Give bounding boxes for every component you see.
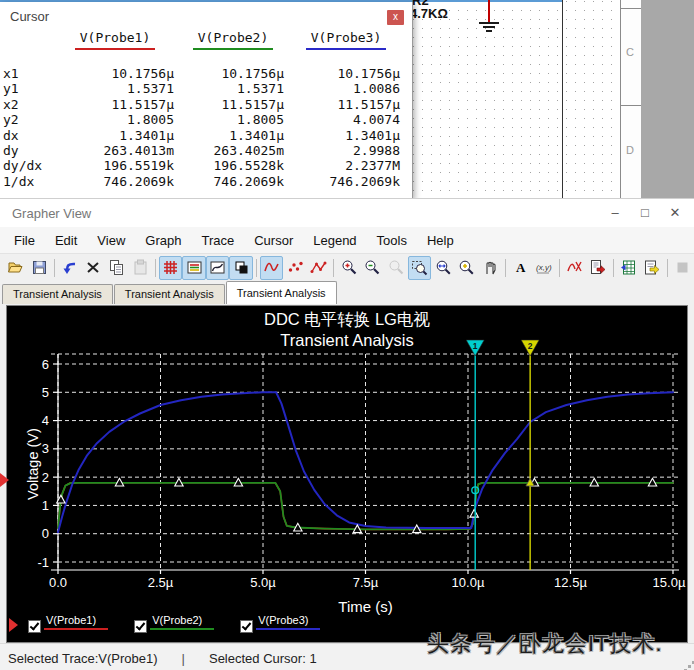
- svg-text:2: 2: [42, 470, 49, 485]
- dot-style-button[interactable]: [283, 256, 307, 280]
- export-graph-button[interactable]: [586, 256, 610, 280]
- svg-text:A: A: [516, 260, 526, 275]
- paste-button: [128, 256, 152, 280]
- selected-legend-arrow-icon: [9, 618, 18, 632]
- text-annotation-button[interactable]: A: [509, 256, 533, 280]
- legend-checkbox-probe1[interactable]: [28, 620, 41, 633]
- sheet-border-column: C D: [620, 0, 642, 198]
- cursor-window-titlebar[interactable]: Cursor x: [0, 2, 412, 28]
- save-button[interactable]: [28, 256, 52, 280]
- grapher-window: Grapher View – □ ✕ File Edit View Graph …: [0, 198, 694, 670]
- stop-button: [671, 256, 694, 280]
- sheet-letter-c: C: [626, 46, 634, 58]
- legend-item-probe3: V(Probe3): [240, 617, 320, 633]
- svg-text:2.5µ: 2.5µ: [148, 575, 174, 590]
- sheet-border-line: [562, 0, 563, 198]
- status-divider: |: [182, 651, 185, 666]
- status-selected-trace: Selected Trace:V(Probe1): [8, 651, 158, 666]
- menu-tools[interactable]: Tools: [367, 230, 417, 251]
- menu-file[interactable]: File: [4, 230, 45, 251]
- svg-text:12.5µ: 12.5µ: [554, 575, 587, 590]
- svg-text:-1: -1: [37, 555, 49, 570]
- show-grid-toggle[interactable]: [159, 256, 183, 280]
- menu-edit[interactable]: Edit: [45, 230, 87, 251]
- svg-text:4: 4: [42, 413, 49, 428]
- legend-item-probe2: V(Probe2): [134, 617, 214, 633]
- cursor-row-x2: x211.5157µ11.5157µ11.5157µ: [0, 97, 412, 112]
- svg-text:0.0: 0.0: [49, 575, 67, 590]
- grapher-title: Grapher View: [12, 206, 91, 221]
- menu-cursor[interactable]: Cursor: [244, 230, 303, 251]
- svg-text:3: 3: [42, 441, 49, 456]
- menu-bar: File Edit View Graph Trace Cursor Legend…: [0, 227, 694, 254]
- menu-help[interactable]: Help: [417, 230, 464, 251]
- plot[interactable]: -101234560.02.5µ5.0µ7.5µ10.0µ12.5µ15.0µ1…: [7, 306, 687, 642]
- cursor-row-x1: x110.1756µ10.1756µ10.1756µ: [0, 66, 412, 81]
- resistor-value-label: 4.7KΩ: [410, 6, 448, 21]
- cursor-row-y2: y21.80051.80054.0074: [0, 112, 412, 127]
- svg-text:(x,y): (x,y): [536, 263, 552, 272]
- svg-text:15.0µ: 15.0µ: [653, 575, 686, 590]
- toolbar: A (x,y): [0, 254, 694, 281]
- svg-text:5.0µ: 5.0µ: [250, 575, 276, 590]
- cursor-row-dydx: dy/dx196.5519k196.5528k2.2377M: [0, 158, 412, 173]
- zoom-x-button[interactable]: [431, 256, 455, 280]
- svg-text:0: 0: [42, 526, 49, 541]
- zoom-area-button[interactable]: [408, 256, 432, 280]
- open-button[interactable]: [4, 256, 28, 280]
- chart-subtitle: Transient Analysis: [7, 331, 687, 350]
- zoom-y-button[interactable]: [455, 256, 479, 280]
- screen: R2 4.7KΩ C D Cursor x V(Probe1) V(Probe2…: [0, 0, 694, 670]
- maximize-button[interactable]: □: [630, 199, 660, 227]
- export-excel-button[interactable]: [617, 256, 641, 280]
- delete-button[interactable]: [81, 256, 105, 280]
- cursor-row-y1: y11.53711.53711.0086: [0, 81, 412, 96]
- selected-trace-arrow-icon: [0, 473, 9, 487]
- close-button[interactable]: ✕: [660, 199, 690, 227]
- menu-trace[interactable]: Trace: [191, 230, 244, 251]
- svg-text:1: 1: [42, 498, 49, 513]
- chart-title: DDC 电平转换 LG电视: [7, 309, 687, 331]
- copy-button[interactable]: [105, 256, 129, 280]
- undo-button[interactable]: [58, 256, 82, 280]
- legend-item-probe1: V(Probe1): [28, 617, 108, 633]
- zoom-in-button[interactable]: [337, 256, 361, 280]
- cursor-col-probe1: V(Probe1): [75, 30, 155, 50]
- toggle-cursors-button[interactable]: [563, 256, 587, 280]
- legend-label-probe1: V(Probe1): [44, 614, 108, 630]
- status-selected-cursor: Selected Cursor: 1: [209, 651, 317, 666]
- axes-properties-button[interactable]: [206, 256, 230, 280]
- svg-text:10.0µ: 10.0µ: [452, 575, 485, 590]
- svg-text:5: 5: [42, 385, 49, 400]
- tab-bar: Transient Analysis Transient Analysis Tr…: [0, 281, 694, 304]
- menu-graph[interactable]: Graph: [135, 230, 191, 251]
- legend-checkbox-probe2[interactable]: [134, 620, 147, 633]
- y-axis-label: Voltage (V): [25, 428, 41, 500]
- ground-icon: [478, 22, 500, 34]
- overlay-traces-button[interactable]: [229, 256, 253, 280]
- legend-checkbox-probe3[interactable]: [240, 620, 253, 633]
- cursor-row-dy: dy263.4013m263.4025m2.9988: [0, 143, 412, 158]
- zoom-out-button[interactable]: [361, 256, 385, 280]
- pan-button[interactable]: [478, 256, 502, 280]
- line-dot-style-button[interactable]: [307, 256, 331, 280]
- line-style-button[interactable]: [260, 256, 284, 280]
- cursor-window: Cursor x V(Probe1) V(Probe2) V(Probe3) x…: [0, 2, 413, 199]
- wire: [488, 0, 490, 22]
- menu-view[interactable]: View: [87, 230, 135, 251]
- menu-legend[interactable]: Legend: [303, 230, 366, 251]
- minimize-button[interactable]: –: [600, 199, 630, 227]
- cursor-window-title: Cursor: [10, 9, 49, 24]
- show-legend-toggle[interactable]: [182, 256, 206, 280]
- export-labview-button[interactable]: [640, 256, 664, 280]
- cursor-col-probe3: V(Probe3): [306, 30, 386, 50]
- legend-label-probe3: V(Probe3): [256, 614, 320, 630]
- tab-transient-analysis-1[interactable]: Transient Analysis: [2, 284, 113, 304]
- show-trace-values-button[interactable]: (x,y): [532, 256, 556, 280]
- tab-transient-analysis-3[interactable]: Transient Analysis: [226, 281, 337, 304]
- resize-grip[interactable]: [688, 665, 691, 668]
- tab-transient-analysis-2[interactable]: Transient Analysis: [114, 284, 225, 304]
- close-icon[interactable]: x: [387, 10, 404, 25]
- svg-text:6: 6: [42, 357, 49, 372]
- grapher-titlebar[interactable]: Grapher View – □ ✕: [0, 199, 694, 227]
